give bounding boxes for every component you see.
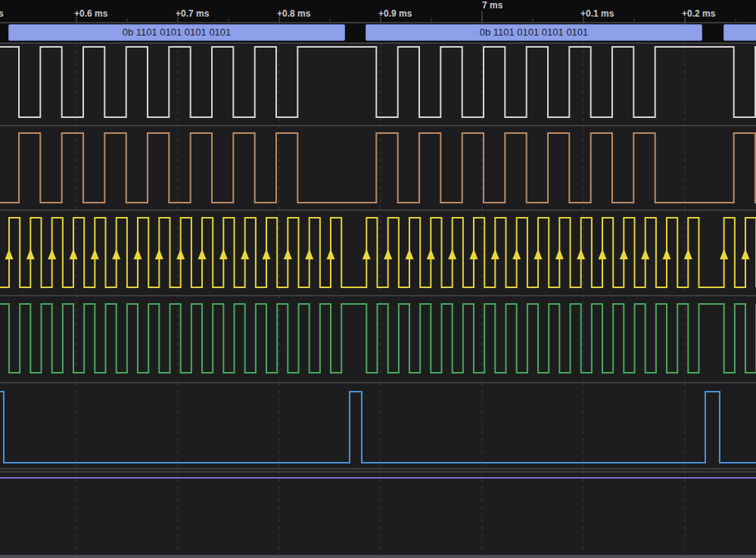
clock-rising-edge-arrow-icon — [599, 249, 607, 259]
clock-rising-edge-arrow-icon — [327, 249, 335, 259]
clock-rising-edge-arrow-icon — [91, 249, 99, 259]
clock-rising-edge-arrow-icon — [112, 249, 120, 259]
annotation-bar[interactable]: 0b 1101 0101 0101 0101 — [366, 24, 702, 41]
clock-rising-edge-arrow-icon — [555, 249, 564, 259]
clock-rising-edge-arrow-icon — [219, 249, 228, 259]
clock-rising-edge-arrow-icon — [263, 249, 271, 259]
clock-rising-edge-arrow-icon — [241, 249, 249, 259]
clock-rising-edge-arrow-icon — [284, 249, 292, 259]
clock-rising-edge-arrow-icon — [720, 249, 728, 259]
clock-rising-edge-arrow-icon — [134, 249, 142, 259]
clock-rising-edge-arrow-icon — [641, 249, 649, 259]
clock-rising-edge-arrow-icon — [362, 249, 371, 259]
clock-rising-edge-arrow-icon — [470, 249, 478, 259]
clock-rising-edge-arrow-icon — [512, 249, 521, 259]
clock-rising-edge-arrow-icon — [48, 249, 56, 259]
clock-rising-edge-arrow-icon — [534, 249, 543, 259]
clock-rising-edge-arrow-icon — [384, 249, 392, 259]
annotation-bar[interactable]: 0b 1101 0101 0101 0101 — [8, 24, 345, 41]
clock-rising-edge-arrow-icon — [663, 249, 671, 259]
annotation-label: 0b 1101 0101 0101 0101 — [9, 25, 344, 40]
clock-rising-edge-arrow-icon — [742, 249, 750, 259]
bottom-scrollbar[interactable] — [0, 555, 756, 558]
clock-rising-edge-arrow-icon — [26, 249, 35, 259]
data-trace — [0, 47, 756, 117]
clock-rising-edge-arrow-icon — [427, 249, 435, 259]
clock-rising-edge-arrow-icon — [305, 249, 313, 259]
clock-rising-edge-arrow-icon — [491, 249, 499, 259]
annotation-bar-clipped[interactable] — [723, 24, 756, 41]
data-complement-trace — [0, 133, 756, 203]
clock-trace — [0, 218, 756, 287]
clock-rising-edge-arrow-icon — [448, 249, 456, 259]
clock-complement-trace — [0, 304, 756, 373]
latch-trace — [0, 392, 756, 463]
clock-rising-edge-arrow-icon — [198, 249, 207, 259]
annotation-row: 0b 1101 0101 0101 0101 0b 1101 0101 0101… — [0, 0, 756, 42]
clock-rising-edge-arrow-icon — [5, 249, 14, 259]
clock-rising-edge-arrow-icon — [155, 249, 163, 259]
clock-rising-edge-arrow-icon — [577, 249, 585, 259]
annotation-label: 0b 1101 0101 0101 0101 — [366, 25, 702, 40]
clock-rising-edge-arrow-icon — [620, 249, 628, 259]
clock-rising-edge-arrow-icon — [406, 249, 414, 259]
waveform-canvas[interactable] — [0, 0, 756, 558]
waveform-viewer: s +0.6 ms +0.7 ms +0.8 ms +0.9 ms 7 ms +… — [0, 0, 756, 558]
